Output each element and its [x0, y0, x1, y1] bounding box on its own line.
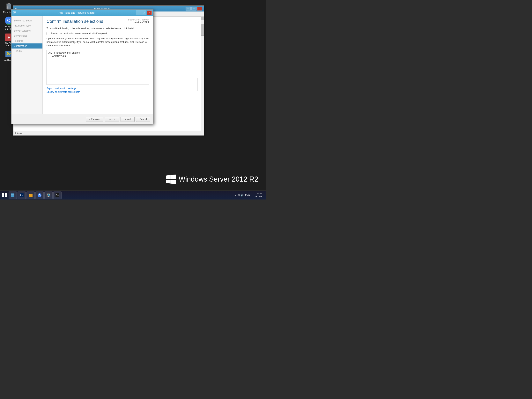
network-taskbar-icon: 🌐: [46, 193, 51, 197]
server-manager-scrollbar[interactable]: [201, 17, 204, 135]
previous-button[interactable]: < Previous: [86, 117, 103, 122]
taskbar-network[interactable]: 🌐: [44, 192, 53, 199]
wizard-links-area: Export configuration settings Specify an…: [47, 87, 149, 93]
feature-asp-net: ASP.NET 4.5: [48, 55, 148, 58]
tray-network-icon: 🖥: [238, 194, 240, 197]
taskbar-file-explorer[interactable]: [26, 192, 35, 199]
svg-rect-29: [11, 194, 14, 194]
taskbar-tray: ▲ 🖥 🔊: [235, 194, 244, 197]
server-manager-statusbar: 7 items: [13, 131, 204, 135]
svg-rect-2: [14, 13, 16, 13]
taskbar-right-area: ▲ 🖥 🔊 ENG 16:12 11/10/2016: [235, 192, 265, 198]
chrome-taskbar-icon: [37, 193, 42, 197]
destination-server-info: DESTINATION SERVER windows2012r2: [128, 19, 149, 23]
wizard-close-button[interactable]: ✕: [147, 11, 152, 15]
cancel-button[interactable]: Cancel: [136, 117, 150, 122]
svg-rect-24: [2, 193, 4, 195]
svg-rect-26: [2, 195, 4, 197]
nav-installation-type[interactable]: Installation Type: [12, 23, 43, 28]
svg-marker-6: [166, 180, 171, 184]
file-explorer-taskbar-icon: [28, 193, 33, 197]
sm-close-button[interactable]: ✕: [197, 7, 202, 11]
taskbar-powershell[interactable]: PS: [18, 192, 26, 199]
sm-maximize-button[interactable]: □: [191, 7, 196, 11]
server-manager-taskbar-icon: [11, 193, 15, 197]
svg-rect-10: [8, 3, 10, 4]
wizard-dialog-title: Add Roles and Features Wizard: [17, 11, 136, 14]
svg-rect-25: [5, 193, 7, 195]
svg-rect-27: [5, 195, 7, 197]
windows-logo-icon: [166, 174, 176, 184]
nav-results[interactable]: Results: [12, 49, 43, 54]
features-listbox: .NET Framework 4.5 Features ASP.NET 4.5: [47, 50, 149, 85]
destination-server-label: DESTINATION SERVER: [128, 19, 149, 21]
taskbar-time-display: 16:12: [251, 192, 262, 195]
restart-checkbox-label[interactable]: Restart the destination server automatic…: [51, 32, 107, 35]
status-items-count: 7 items: [15, 132, 22, 135]
powershell-taskbar-icon: PS: [19, 193, 24, 197]
svg-text:C:\: C:\: [56, 194, 59, 196]
svg-rect-3: [14, 13, 15, 13]
taskbar-date-display: 11/10/2016: [251, 195, 262, 198]
wizard-titlebar: Add Roles and Features Wizard ─ □ ✕: [12, 10, 153, 16]
nav-server-selection[interactable]: Server Selection: [12, 28, 43, 33]
svg-rect-35: [29, 194, 30, 195]
wizard-dialog-controls: ─ □ ✕: [136, 11, 152, 15]
sm-minimize-button[interactable]: ─: [186, 7, 191, 11]
wizard-sidebar: Before You Begin Installation Type Serve…: [12, 16, 43, 114]
nav-before-you-begin[interactable]: Before You Begin: [12, 18, 43, 23]
svg-rect-31: [11, 196, 13, 196]
taskbar-language: ENG: [245, 194, 250, 196]
alternate-source-link[interactable]: Specify an alternate source path: [47, 90, 149, 93]
feature-net-framework: .NET Framework 4.5 Features: [48, 51, 148, 55]
taskbar: PS 🌐: [0, 191, 266, 200]
wizard-body: Before You Begin Installation Type Serve…: [12, 16, 153, 114]
wizard-maximize-button[interactable]: □: [141, 11, 146, 15]
wizard-content: Confirm installation selections DESTINAT…: [43, 16, 153, 114]
install-info-text: To install the following roles, role ser…: [47, 27, 149, 30]
nav-features[interactable]: Features: [12, 38, 43, 44]
taskbar-clock[interactable]: 16:12 11/10/2016: [251, 192, 262, 198]
taskbar-chrome[interactable]: [35, 192, 44, 199]
export-config-link[interactable]: Export configuration settings: [47, 87, 149, 90]
wizard-page-header: Confirm installation selections DESTINAT…: [47, 19, 149, 24]
wizard-page-title: Confirm installation selections: [47, 19, 103, 24]
wizard-minimize-button[interactable]: ─: [136, 11, 141, 15]
next-button[interactable]: Next >: [105, 117, 119, 122]
wizard-dialog: Add Roles and Features Wizard ─ □ ✕ Befo…: [11, 9, 153, 124]
windows-branding: Windows Server 2012 R2: [166, 174, 258, 184]
install-button[interactable]: Install: [120, 117, 134, 122]
tray-arrow[interactable]: ▲: [235, 194, 237, 196]
scroll-thumb: [201, 24, 204, 36]
tray-volume-icon: 🔊: [241, 194, 244, 197]
svg-text:PS: PS: [20, 194, 23, 196]
recycle-bin-icon: [5, 2, 13, 10]
taskbar-cmd[interactable]: C:\: [53, 192, 62, 199]
nav-confirmation[interactable]: Confirmation: [12, 44, 43, 49]
nav-server-roles[interactable]: Server Roles: [12, 33, 43, 38]
svg-point-40: [39, 195, 40, 196]
destination-server-value: windows2012r2: [128, 21, 149, 23]
restart-checkbox-row: Restart the destination server automatic…: [47, 32, 149, 35]
svg-text:🌐: 🌐: [48, 194, 50, 197]
cmd-taskbar-icon: C:\: [55, 193, 60, 197]
taskbar-server-manager[interactable]: [9, 192, 17, 199]
svg-marker-7: [171, 180, 176, 184]
svg-rect-23: [6, 56, 11, 56]
svg-marker-4: [166, 175, 171, 179]
svg-rect-30: [11, 195, 14, 195]
svg-rect-1: [14, 12, 16, 12]
optional-info-text: Optional features (such as administratio…: [47, 37, 149, 47]
svg-marker-5: [171, 174, 176, 179]
start-button[interactable]: [1, 192, 8, 199]
svg-text:F: F: [8, 35, 10, 39]
wizard-footer: < Previous Next > Install Cancel: [12, 114, 153, 124]
server-manager-controls: ─ □ ✕: [186, 7, 202, 11]
svg-rect-37: [29, 196, 31, 196]
windows-branding-text: Windows Server 2012 R2: [179, 175, 258, 183]
svg-rect-36: [29, 195, 32, 195]
windows-start-icon: [2, 193, 7, 198]
desktop: ⚙ Server Manager ─ □ ✕ Manage Tools View…: [0, 0, 266, 200]
svg-point-17: [8, 19, 10, 22]
restart-checkbox[interactable]: [47, 32, 49, 35]
